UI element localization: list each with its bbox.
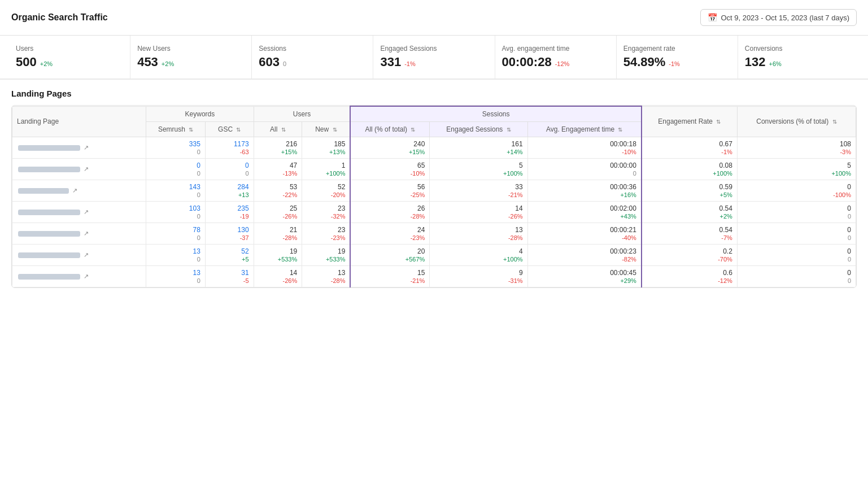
- engagement-rate-cell: 0.59 +5%: [642, 180, 738, 202]
- metric-label: Conversions: [745, 45, 852, 53]
- engagement-rate-cell: 0.67 -1%: [642, 137, 738, 159]
- cell-value: 00:00:18 -10%: [533, 140, 636, 155]
- col-header-sessions-all: All (% of total) ⇅: [350, 122, 429, 137]
- main-value: 161: [512, 140, 523, 148]
- metric-value: 453: [137, 55, 158, 69]
- main-value: 20: [417, 247, 425, 255]
- landing-page-cell: ↗: [12, 245, 146, 266]
- delta-value: -10%: [411, 170, 425, 177]
- table-row: ↗ 78 0 130 -37 21 -28% 23 -23% 24 -23% 1…: [12, 223, 856, 245]
- metric-card-new-users: New Users 453 +2%: [130, 36, 252, 79]
- delta-value: -28%: [283, 234, 298, 241]
- cell-value: 0.08 +100%: [647, 162, 732, 177]
- cell-value: 1173 -63: [210, 140, 249, 155]
- metric-label: New Users: [137, 45, 245, 53]
- delta-value: -28%: [331, 277, 346, 284]
- cell-value: 0 0: [742, 204, 851, 220]
- main-value: 31: [241, 269, 248, 277]
- cell-value: 0 0: [742, 247, 851, 263]
- avg-engagement-cell: 00:02:00 +43%: [527, 202, 642, 223]
- cell-value: 0.59 +5%: [647, 183, 732, 198]
- cell-value: 0 0: [742, 226, 851, 241]
- page-cell-content: ↗: [18, 165, 140, 173]
- delta-value: +100%: [326, 170, 346, 177]
- cell-value: 00:00:21 -40%: [533, 226, 636, 241]
- cell-value: 0 0: [151, 162, 200, 177]
- metric-value-row: 500 +2%: [16, 55, 123, 69]
- metric-label: Avg. engagement time: [502, 45, 609, 53]
- external-link-icon[interactable]: ↗: [84, 230, 89, 237]
- sort-icon-engaged-sessions[interactable]: ⇅: [507, 127, 511, 133]
- engagement-rate-cell: 0.54 -7%: [642, 223, 738, 245]
- delta-value: +29%: [620, 277, 636, 284]
- sort-icon-semrush[interactable]: ⇅: [189, 127, 193, 133]
- delta-value: -25%: [411, 191, 425, 198]
- delta-value: +14%: [507, 149, 522, 155]
- avg-engagement-cell: 00:00:21 -40%: [527, 223, 642, 245]
- date-range-label: Oct 9, 2023 - Oct 15, 2023 (last 7 days): [721, 14, 849, 22]
- cell-value: 335 0: [151, 140, 200, 155]
- cell-value: 47 -13%: [259, 162, 298, 177]
- sort-icon-conversions[interactable]: ⇅: [832, 119, 837, 125]
- delta-value: +43%: [620, 213, 636, 220]
- sort-icon-users-new[interactable]: ⇅: [333, 127, 337, 133]
- main-value: 240: [413, 140, 425, 148]
- metric-card-engagement-rate: Engagement rate 54.89% -1%: [617, 36, 738, 79]
- main-value: 00:00:36: [610, 183, 636, 191]
- date-range-picker[interactable]: 📅 Oct 9, 2023 - Oct 15, 2023 (last 7 day…: [700, 9, 857, 26]
- external-link-icon[interactable]: ↗: [84, 165, 89, 173]
- delta-value: +5: [242, 256, 249, 263]
- cell-value: 65 -10%: [355, 162, 425, 177]
- delta-value: -26%: [283, 277, 298, 284]
- cell-value: 19 +533%: [259, 247, 298, 263]
- main-value: 00:00:45: [610, 269, 636, 277]
- main-value: 0: [245, 162, 249, 169]
- avg-engagement-cell: 00:00:23 -82%: [527, 245, 642, 266]
- sort-icon-sessions-all[interactable]: ⇅: [411, 127, 415, 133]
- external-link-icon[interactable]: ↗: [84, 208, 89, 216]
- external-link-icon[interactable]: ↗: [84, 251, 89, 259]
- users-new-cell: 185 +13%: [302, 137, 351, 159]
- semrush-cell: 143 0: [146, 180, 206, 202]
- cell-value: 5 +100%: [434, 162, 522, 177]
- metric-value-row: 603 0: [259, 55, 366, 69]
- main-value: 00:00:00: [610, 162, 636, 169]
- metric-value: 00:00:28: [502, 55, 552, 69]
- cell-value: 23 -32%: [307, 204, 345, 220]
- metrics-bar: Users 500 +2% New Users 453 +2% Sessions…: [0, 36, 868, 80]
- main-value: 216: [286, 140, 297, 148]
- delta-value: -20%: [331, 191, 346, 198]
- engagement-rate-cell: 0.08 +100%: [642, 159, 738, 180]
- engaged-sessions-cell: 5 +100%: [430, 159, 527, 180]
- landing-page-cell: ↗: [12, 202, 146, 223]
- external-link-icon[interactable]: ↗: [84, 273, 89, 280]
- sort-icon-gsc[interactable]: ⇅: [236, 127, 241, 133]
- main-value: 0: [847, 183, 851, 191]
- landing-page-cell: ↗: [12, 180, 146, 202]
- table-row: ↗ 13 0 52 +5 19 +533% 19 +533% 20 +567% …: [12, 245, 856, 266]
- sessions-all-cell: 15 -21%: [350, 266, 429, 287]
- sort-icon-avg-eng-time[interactable]: ⇅: [618, 127, 622, 133]
- conversions-cell: 0 -100%: [737, 180, 856, 202]
- delta-value: +15%: [409, 149, 425, 155]
- engagement-rate-cell: 0.2 -70%: [642, 245, 738, 266]
- semrush-cell: 103 0: [146, 202, 206, 223]
- external-link-icon[interactable]: ↗: [72, 187, 77, 194]
- external-link-icon[interactable]: ↗: [84, 144, 89, 151]
- metric-value-row: 331 -1%: [380, 55, 487, 69]
- delta-value: -7%: [721, 234, 732, 241]
- main-value: 0: [847, 204, 851, 212]
- main-value: 00:02:00: [610, 204, 636, 212]
- delta-value: 0: [848, 277, 851, 284]
- avg-engagement-cell: 00:00:36 +16%: [527, 180, 642, 202]
- main-value: 235: [238, 204, 249, 212]
- sort-icon-eng-rate[interactable]: ⇅: [716, 119, 721, 125]
- delta-value: -70%: [718, 256, 732, 263]
- cell-value: 00:00:23 -82%: [533, 247, 636, 263]
- main-value: 0.2: [723, 247, 732, 255]
- table-row: ↗ 335 0 1173 -63 216 +15% 185 +13% 240 +…: [12, 137, 856, 159]
- sort-icon-users-all[interactable]: ⇅: [281, 127, 286, 133]
- main-value: 15: [417, 269, 425, 277]
- col-header-gsc: GSC ⇅: [205, 122, 254, 137]
- col-header-engaged-sessions: Engaged Sessions ⇅: [430, 122, 527, 137]
